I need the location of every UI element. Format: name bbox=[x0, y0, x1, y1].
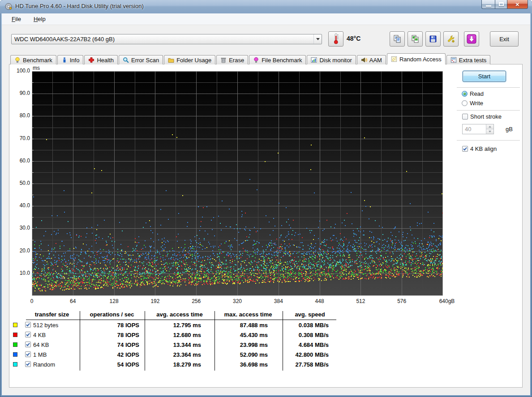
tab-folder-usage[interactable]: Folder Usage bbox=[164, 55, 215, 64]
tab-error-scan[interactable]: Error Scan bbox=[119, 55, 163, 64]
x-tick-label: 0 bbox=[16, 298, 47, 304]
tab-label: Info bbox=[70, 57, 80, 64]
table-cell: 74 IOPS bbox=[81, 342, 139, 348]
tab-health[interactable]: Health bbox=[84, 55, 118, 64]
app-logo-icon bbox=[5, 3, 13, 10]
y-tick-label: 60.0 bbox=[9, 158, 30, 164]
exit-button[interactable]: Exit bbox=[490, 31, 519, 47]
maximize-button[interactable] bbox=[495, 0, 507, 9]
series-checkbox-1-mb[interactable] bbox=[25, 351, 31, 357]
chevron-down-icon bbox=[313, 34, 322, 44]
start-button[interactable]: Start bbox=[463, 71, 506, 82]
spin-down-button[interactable] bbox=[486, 129, 493, 134]
client-area: File Help WDC WD6400AAKS-22A7B2 (640 gB) bbox=[2, 13, 530, 395]
file-benchmark-icon bbox=[253, 57, 259, 63]
tab-info[interactable]: Info bbox=[57, 55, 84, 64]
random-access-icon bbox=[391, 56, 397, 62]
spin-up-button[interactable] bbox=[486, 124, 493, 129]
x-tick-label: 64 bbox=[57, 298, 89, 304]
y-axis-unit-label: ms bbox=[33, 65, 40, 71]
read-radio[interactable] bbox=[462, 91, 468, 97]
table-cell: 0.308 MB/s bbox=[274, 332, 329, 338]
tab-aam[interactable]: AAM bbox=[357, 55, 386, 64]
erase-icon bbox=[220, 57, 227, 63]
series-label: 64 KB bbox=[33, 342, 49, 348]
write-radio[interactable] bbox=[462, 100, 468, 106]
series-label: 512 bytes bbox=[33, 322, 58, 329]
tab-label: Benchmark bbox=[23, 57, 52, 64]
drive-select-value: WDC WD6400AAKS-22A7B2 (640 gB) bbox=[12, 36, 313, 43]
table-cell: 12.680 ms bbox=[144, 332, 201, 338]
short-stroke-label: Short stroke bbox=[470, 113, 502, 120]
tab-file-benchmark[interactable]: File Benchmark bbox=[249, 55, 306, 64]
table-cell: 78 IOPS bbox=[81, 322, 139, 329]
align-row: 4 KB align bbox=[462, 145, 497, 152]
write-radio-row: Write bbox=[462, 100, 483, 107]
table-header: transfer size bbox=[25, 311, 79, 318]
app-window: HD Tune Pro 4.60 - Hard Disk Utility (tr… bbox=[0, 0, 532, 397]
copy-text-button[interactable] bbox=[390, 31, 405, 47]
spin-down-icon bbox=[489, 131, 491, 132]
series-checkbox-4-kb[interactable] bbox=[25, 332, 31, 337]
tab-extra-tests[interactable]: Extra tests bbox=[446, 55, 490, 64]
short-stroke-checkbox[interactable] bbox=[462, 114, 468, 120]
series-label: 1 MB bbox=[33, 351, 47, 358]
tab-label: Health bbox=[97, 57, 114, 64]
temperature-value: 48°C bbox=[347, 35, 360, 42]
tab-label: File Benchmark bbox=[262, 57, 302, 64]
table-cell: 36.698 ms bbox=[211, 361, 268, 368]
thermometer-icon bbox=[333, 33, 339, 46]
series-label: 4 KB bbox=[33, 332, 46, 338]
maximize-icon bbox=[499, 2, 504, 6]
short-stroke-size-spinner[interactable] bbox=[462, 124, 494, 134]
series-checkbox-64-kb[interactable] bbox=[25, 342, 31, 347]
close-button[interactable]: × bbox=[507, 0, 528, 9]
tab-disk-monitor[interactable]: Disk monitor bbox=[307, 55, 356, 64]
table-cell: 42.800 MB/s bbox=[274, 351, 329, 358]
y-tick-label: 30.0 bbox=[9, 225, 30, 231]
series-color-chip bbox=[13, 362, 17, 367]
series-checkbox-512-bytes[interactable] bbox=[25, 322, 31, 328]
table-header: avg. speed bbox=[282, 311, 338, 318]
menu-help[interactable]: Help bbox=[28, 14, 51, 24]
table-cell: 42 IOPS bbox=[81, 351, 139, 358]
tab-label: AAM bbox=[369, 57, 382, 64]
options-button[interactable] bbox=[443, 31, 459, 47]
table-cell: 4.684 MB/s bbox=[274, 342, 329, 348]
table-cell: 12.795 ms bbox=[144, 322, 201, 329]
tab-label: Error Scan bbox=[131, 57, 159, 64]
y-tick-label: 10.0 bbox=[9, 270, 30, 276]
update-button[interactable] bbox=[464, 31, 479, 47]
tab-label: Erase bbox=[229, 57, 244, 64]
save-button[interactable] bbox=[425, 31, 441, 47]
x-tick-label: 640gB bbox=[431, 298, 463, 304]
menu-file[interactable]: File bbox=[6, 14, 26, 24]
tab-label: Folder Usage bbox=[176, 57, 211, 64]
table-column-divider bbox=[80, 311, 80, 371]
drive-select[interactable]: WDC WD6400AAKS-22A7B2 (640 gB) bbox=[11, 34, 322, 44]
tab-erase[interactable]: Erase bbox=[216, 55, 248, 64]
y-tick-label: 90.0 bbox=[9, 90, 30, 96]
tab-random-access[interactable]: Random Access bbox=[387, 53, 446, 64]
series-color-chip bbox=[13, 342, 17, 347]
series-checkbox-random[interactable] bbox=[25, 361, 31, 367]
table-cell: 78 IOPS bbox=[81, 332, 139, 338]
menubar: File Help bbox=[2, 13, 530, 25]
temperature-button[interactable] bbox=[328, 31, 343, 47]
spinner-buttons bbox=[486, 124, 493, 134]
table-header: avg. access time bbox=[151, 311, 208, 318]
toolbar-buttons bbox=[390, 31, 479, 47]
minimize-button[interactable] bbox=[481, 0, 495, 9]
titlebar[interactable]: HD Tune Pro 4.60 - Hard Disk Utility (tr… bbox=[0, 0, 532, 13]
minimize-icon bbox=[486, 5, 491, 7]
save-icon bbox=[429, 34, 438, 43]
tab-benchmark[interactable]: Benchmark bbox=[10, 55, 56, 64]
separator bbox=[457, 110, 520, 111]
copy-image-button[interactable] bbox=[408, 31, 423, 47]
short-stroke-size-input[interactable] bbox=[463, 124, 486, 134]
read-radio-label: Read bbox=[470, 90, 484, 97]
y-tick-label: 20.0 bbox=[9, 248, 30, 254]
health-icon bbox=[88, 57, 94, 63]
info-icon bbox=[61, 57, 68, 63]
align-checkbox[interactable] bbox=[462, 146, 468, 152]
